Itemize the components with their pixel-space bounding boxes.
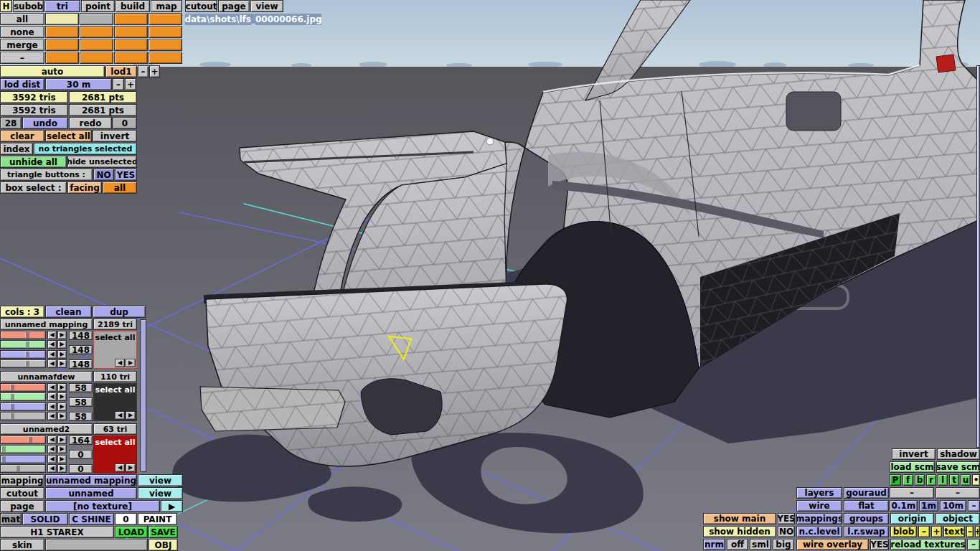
red-value[interactable]: 58 [69,383,93,392]
lod-auto-button[interactable]: auto [0,65,105,77]
nrm-button[interactable]: nrm [703,539,725,550]
all-slider[interactable] [0,464,46,473]
flat-button[interactable]: flat [844,500,889,512]
show-main-yes[interactable]: YES [778,513,795,524]
view-perspective-button[interactable]: P [890,474,901,486]
paint-button[interactable]: PAINT [138,513,177,525]
grid-1m-button[interactable]: 1m [919,500,938,512]
page-next-button[interactable]: ▶ [161,500,183,512]
step-left-button[interactable]: ◀ [47,340,57,349]
subobject-cell[interactable] [149,52,182,64]
group-right-button[interactable]: ▶ [126,411,136,420]
layers-button[interactable]: layers [796,487,842,499]
green-slider[interactable] [0,445,46,453]
skin-label[interactable]: skin [0,539,44,551]
group-left-button[interactable]: ◀ [115,359,125,367]
blue-slider[interactable] [0,402,46,411]
step-right-button[interactable]: ▶ [57,383,67,392]
red-slider[interactable] [0,383,46,392]
invert-view-button[interactable]: invert [892,448,936,460]
skin-value[interactable] [45,539,148,551]
triangle-buttons-yes[interactable]: YES [115,169,137,181]
view-top-button[interactable]: t [949,474,959,486]
lod-select-button[interactable]: lod1 [105,65,137,77]
mat-value[interactable]: SOLID [22,513,68,525]
tab-page[interactable]: page [218,0,250,12]
step-left-button[interactable]: ◀ [47,359,57,368]
subob-merge-button[interactable]: merge [0,39,44,51]
blue-value[interactable]: 0 [69,464,93,474]
step-left-button[interactable]: ◀ [47,392,57,401]
origin-button[interactable]: origin [890,513,934,524]
group-select-all[interactable]: select all ◀ ▶ [93,383,137,421]
subobject-cell[interactable] [114,39,148,51]
blob-plus-button[interactable]: + [931,526,942,537]
blue-slider[interactable] [0,455,46,463]
subobject-cell[interactable] [149,26,182,38]
subobject-cell[interactable] [45,52,79,64]
shine-value[interactable]: 0 [115,513,137,525]
blue-value[interactable]: 58 [69,412,93,421]
view-right-button[interactable]: r [926,474,936,486]
grid-off-button[interactable]: – [968,500,980,512]
lod-dist-minus-button[interactable]: – [113,78,124,90]
show-hidden-no[interactable]: NO [778,526,795,537]
step-right-button[interactable]: ▶ [57,392,67,401]
wire-button[interactable]: wire [796,500,842,512]
save-button[interactable]: SAVE [149,526,178,538]
cutout-view-button[interactable]: view [138,487,183,499]
blob-button[interactable]: blob [890,526,917,537]
green-slider[interactable] [0,340,46,349]
tab-h[interactable]: H [0,0,12,12]
step-right-button[interactable]: ▶ [57,331,67,339]
tab-cutout[interactable]: cutout [185,0,217,12]
shadow-button[interactable]: shadow [937,448,980,460]
step-right-button[interactable]: ▶ [57,445,67,453]
cutout-label[interactable]: cutout [0,487,44,499]
step-left-button[interactable]: ◀ [47,331,57,339]
step-left-button[interactable]: ◀ [47,412,57,420]
subobject-cell[interactable] [149,13,182,25]
triangle-buttons-no[interactable]: NO [93,169,114,181]
dash-button[interactable]: – [890,487,934,499]
invert-button[interactable]: invert [93,130,137,142]
box-select-all[interactable]: all [103,182,137,194]
step-right-button[interactable]: ▶ [57,350,67,359]
view-under-button[interactable]: u [961,474,971,486]
step-left-button[interactable]: ◀ [47,350,57,359]
green-value[interactable]: 0 [69,450,93,459]
nrm-off-button[interactable]: off [727,539,748,550]
mapping-group-name[interactable]: unnamed2 [0,423,93,435]
red-value[interactable]: 164 [69,435,93,445]
group-left-button[interactable]: ◀ [115,411,125,420]
object-button[interactable]: object [936,513,980,524]
step-right-button[interactable]: ▶ [57,359,67,368]
grid-0-1m-button[interactable]: 0.1m [890,500,918,512]
cols-button[interactable]: cols : 3 [0,306,44,318]
clean-button[interactable]: clean [45,306,92,318]
view-back-button[interactable]: b [915,474,925,486]
group-right-button[interactable]: ▶ [126,463,136,472]
step-right-button[interactable]: ▶ [57,340,67,349]
view-left-button[interactable]: l [938,474,948,486]
subob-all-button[interactable]: all [0,13,44,25]
step-right-button[interactable]: ▶ [57,464,67,473]
tab-tri[interactable]: tri [44,0,80,12]
subobject-cell[interactable] [45,39,79,51]
mapping-view-button[interactable]: view [138,474,183,486]
wire-overlay-button[interactable]: wire overlay [796,539,869,550]
redo-button[interactable]: redo [69,117,112,129]
grid-10m-button[interactable]: 10m [940,500,966,512]
mapping-label[interactable]: mapping [0,474,44,486]
subobject-cell[interactable] [45,26,79,38]
viewport-scrollbar[interactable] [976,65,980,448]
view-front-button[interactable]: f [903,474,913,486]
subob-dash-button[interactable]: – [0,52,44,64]
step-right-button[interactable]: ▶ [57,435,67,444]
subobject-cell[interactable] [114,52,148,64]
mappings-scrollbar[interactable] [141,319,146,472]
lod-minus-button[interactable]: – [138,65,149,77]
tab-map[interactable]: map [151,0,182,12]
subobject-cell[interactable] [114,13,148,25]
box-select-facing[interactable]: facing [67,182,102,194]
